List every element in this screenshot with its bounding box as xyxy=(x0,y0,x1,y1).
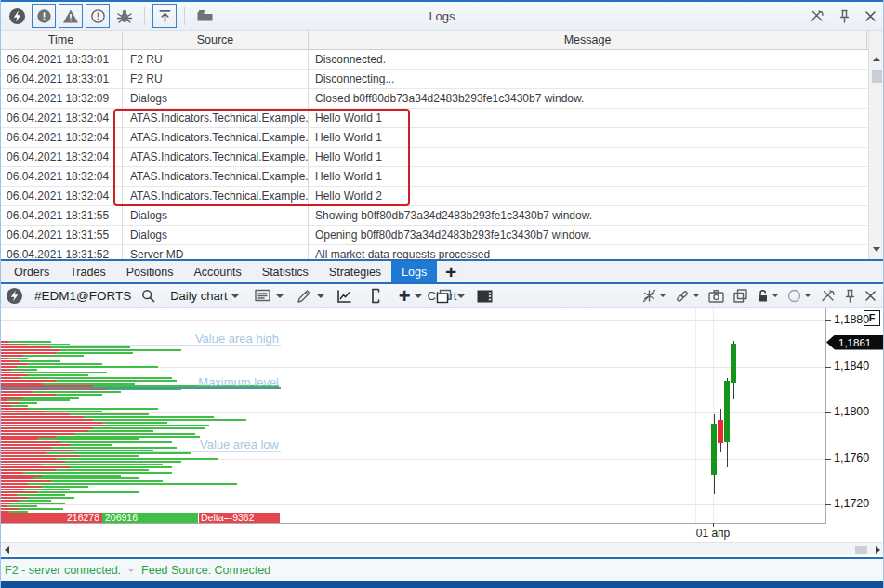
cell-time: 06.04.2021 18:31:55 xyxy=(0,206,123,225)
panel-divider xyxy=(0,557,884,559)
dom-panel-icon[interactable] xyxy=(476,287,495,306)
cell-message: Hello World 2 xyxy=(309,187,867,205)
table-row[interactable]: 06.04.2021 18:32:04ATAS.Indicators.Techn… xyxy=(0,187,867,206)
tab-orders[interactable]: Orders xyxy=(4,261,59,282)
profile-bid-bar xyxy=(0,402,19,404)
errors-filter-button[interactable] xyxy=(32,4,56,28)
profile-bid-bar xyxy=(0,425,107,426)
profile-bid-bar xyxy=(0,383,42,385)
logs-vertical-scrollbar[interactable] xyxy=(868,31,884,259)
pin-icon[interactable] xyxy=(839,9,850,23)
profile-bid-bar xyxy=(0,461,65,463)
table-row[interactable]: 06.04.2021 18:31:55DialogsShowing b0ff80… xyxy=(0,206,867,226)
table-row[interactable]: 06.04.2021 18:32:04ATAS.Indicators.Techn… xyxy=(0,167,867,187)
chevron-down-icon xyxy=(231,294,239,298)
table-row[interactable]: 06.04.2021 18:31:55DialogsOpening b0ff80… xyxy=(0,226,867,245)
profile-ask-bar xyxy=(9,511,28,513)
scrollbar-left-arrow[interactable] xyxy=(5,546,9,554)
clusters-icon[interactable] xyxy=(367,287,386,306)
candle xyxy=(718,420,723,443)
close-icon[interactable] xyxy=(864,10,877,22)
profile-bid-bar xyxy=(0,483,28,485)
tab-logs[interactable]: Logs xyxy=(391,261,437,282)
scrollbar-right-arrow[interactable] xyxy=(876,546,880,554)
column-header-message[interactable]: Message xyxy=(309,31,867,49)
crosshair-button[interactable] xyxy=(642,289,666,303)
profile-bid-bar xyxy=(0,346,51,348)
tab-statistics[interactable]: Statistics xyxy=(252,261,319,282)
profile-bid-bar xyxy=(0,380,56,382)
profile-ask-bar xyxy=(46,452,191,454)
scrollbar-thumb[interactable] xyxy=(872,70,882,83)
close-icon[interactable] xyxy=(864,290,877,302)
server-status[interactable]: F2 - server connected. xyxy=(5,564,121,577)
profile-ask-bar xyxy=(11,369,37,371)
column-header-source[interactable]: Source xyxy=(123,31,309,49)
scrollbar-thumb[interactable] xyxy=(855,546,867,554)
profile-ask-bar xyxy=(107,425,209,426)
chart-type-icon[interactable] xyxy=(336,287,354,306)
table-row[interactable]: 06.04.2021 18:32:04ATAS.Indicators.Techn… xyxy=(0,109,867,128)
cell-time: 06.04.2021 18:32:04 xyxy=(0,148,123,166)
cell-time: 06.04.2021 18:33:01 xyxy=(0,70,123,88)
profile-ask-bar xyxy=(65,461,181,463)
cell-source: ATAS.Indicators.Technical.Example... xyxy=(123,109,309,127)
column-header-time[interactable]: Time xyxy=(0,31,123,49)
templates-button[interactable] xyxy=(254,287,284,306)
tab-strategies[interactable]: Strategies xyxy=(319,261,391,282)
color-marker-button[interactable] xyxy=(787,289,811,303)
table-row[interactable]: 06.04.2021 18:31:52Server MDAll market d… xyxy=(0,245,867,259)
bid-volume-total: 216278 xyxy=(0,513,102,523)
pin-icon[interactable] xyxy=(845,289,855,303)
settings-icon[interactable] xyxy=(820,289,836,303)
instrument-selector[interactable]: #EDM1@FORTS xyxy=(34,289,131,303)
pencil-icon xyxy=(295,287,313,306)
profile-bid-bar xyxy=(0,413,70,415)
link-button[interactable] xyxy=(675,289,699,304)
profile-bid-bar xyxy=(0,422,102,424)
add-indicator-button[interactable]: + xyxy=(399,289,422,304)
scrollbar-down-arrow[interactable] xyxy=(873,247,880,252)
cell-source: Dialogs xyxy=(123,89,309,108)
tab-trades[interactable]: Trades xyxy=(59,261,115,282)
drawing-tools-button[interactable] xyxy=(295,287,324,306)
screenshot-icon[interactable] xyxy=(708,290,724,303)
profile-bid-bar xyxy=(0,447,51,449)
table-row[interactable]: 06.04.2021 18:33:01F2 RUDisconnecting... xyxy=(0,70,867,89)
add-tab-button[interactable]: + xyxy=(437,261,465,282)
debug-filter-button[interactable] xyxy=(112,4,137,28)
chevron-down-icon xyxy=(693,294,699,297)
profile-bid-bar xyxy=(0,360,19,362)
profile-ask-bar xyxy=(79,455,139,457)
profile-ask-bar xyxy=(17,494,65,496)
chevron-down-icon[interactable] xyxy=(128,569,134,572)
templates-icon xyxy=(254,287,272,306)
open-folder-button[interactable] xyxy=(192,4,217,28)
windows-button[interactable] xyxy=(435,287,465,306)
profile-ask-bar xyxy=(33,391,121,393)
chevron-down-icon xyxy=(457,294,465,298)
table-row[interactable]: 06.04.2021 18:32:09DialogsClosed b0ff80d… xyxy=(0,89,867,109)
chart-horizontal-scrollbar[interactable] xyxy=(0,542,884,555)
warnings-filter-button[interactable] xyxy=(59,4,83,28)
scroll-to-top-button[interactable] xyxy=(152,4,177,28)
table-row[interactable]: 06.04.2021 18:32:04ATAS.Indicators.Techn… xyxy=(0,148,867,167)
tab-accounts[interactable]: Accounts xyxy=(183,261,251,282)
period-selector[interactable]: Daily chart xyxy=(163,289,238,303)
lock-button[interactable] xyxy=(757,289,778,303)
chart-area[interactable]: F 01 апр 216278 206916 Delta=-9362 1,186… xyxy=(0,308,884,557)
price-gridline xyxy=(0,320,825,321)
window-border-bottom xyxy=(0,581,884,588)
search-icon[interactable] xyxy=(139,287,157,306)
table-row[interactable]: 06.04.2021 18:33:01F2 RUDisconnected. xyxy=(0,50,867,70)
clone-icon[interactable] xyxy=(733,289,747,303)
scrollbar-up-arrow[interactable] xyxy=(873,57,880,61)
profile-ask-bar xyxy=(56,352,133,354)
table-row[interactable]: 06.04.2021 18:32:04ATAS.Indicators.Techn… xyxy=(0,128,867,148)
info-filter-button[interactable] xyxy=(86,4,110,28)
profile-bid-bar xyxy=(0,366,17,368)
tab-positions[interactable]: Positions xyxy=(116,261,184,282)
feed-status: Feed Source: Connected xyxy=(141,564,270,577)
cell-time: 06.04.2021 18:32:04 xyxy=(0,128,123,147)
settings-icon[interactable] xyxy=(809,9,825,23)
